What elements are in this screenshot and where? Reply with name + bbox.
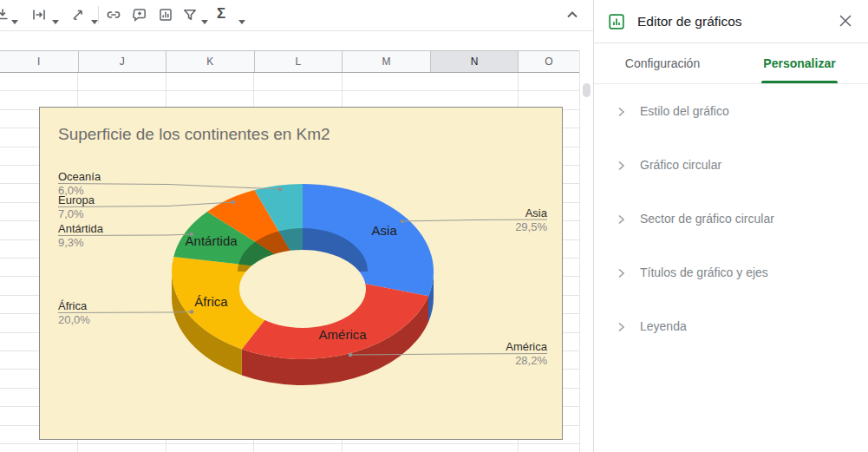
tab-configuracion[interactable]: Configuración [594,43,731,83]
svg-text:29,5%: 29,5% [515,220,547,233]
chevron-right-icon [615,320,627,332]
section-titulos-de-grafico-y-ejes[interactable]: Títulos de gráfico y ejes [594,246,868,299]
chevron-right-icon [615,159,627,171]
close-icon[interactable] [839,15,852,29]
svg-text:África: África [194,294,228,309]
scrollbar-thumb[interactable] [583,83,591,97]
column-header-l[interactable]: L [255,51,343,72]
svg-text:Antártida: Antártida [58,222,104,235]
column-header-i[interactable]: I [0,51,79,72]
text-wrap-dropdown-icon[interactable] [52,12,59,17]
active-tab-underline [761,81,838,83]
panel-title: Editor de gráficos [637,14,742,29]
vertical-scrollbar [579,50,593,452]
embedded-chart[interactable]: AsiaAméricaÁfricaAntártidaAsia29,5%Améri… [39,107,563,440]
insert-link-icon[interactable] [105,6,122,23]
insert-comment-icon[interactable] [131,6,148,23]
text-rotation-dropdown-icon[interactable] [91,12,98,17]
collapse-toolbar-icon[interactable] [564,6,581,23]
column-header-m[interactable]: M [343,51,431,72]
svg-text:Asia: Asia [372,223,398,238]
insert-chart-icon[interactable] [157,6,174,23]
tab-personalizar-label: Personalizar [763,56,835,70]
functions-icon[interactable]: Σ [217,4,225,23]
text-rotation-icon[interactable] [69,6,87,23]
column-header-k[interactable]: K [166,51,255,72]
section-grafico-circular[interactable]: Gráfico circular [594,138,868,192]
section-label: Sector de gráfico circular [640,212,774,226]
filter-dropdown-icon[interactable] [201,12,208,17]
svg-text:6,0%: 6,0% [58,184,84,197]
section-estilo-del-grafico[interactable]: Estilo del gráfico [594,84,868,138]
donut-chart: AsiaAméricaÁfricaAntártidaAsia29,5%Améri… [40,108,562,439]
svg-text:Asia: Asia [525,206,548,219]
svg-text:América: América [319,327,368,342]
column-header-o[interactable]: O [519,51,579,72]
svg-text:9,3%: 9,3% [58,236,84,249]
vertical-align-dropdown-icon[interactable] [11,12,18,17]
section-label: Leyenda [640,319,687,333]
app-root: { "toolbar": { "icons": ["vertical-align… [0,0,868,452]
svg-text:28,2%: 28,2% [515,354,547,367]
svg-text:África: África [58,299,88,312]
vertical-align-icon[interactable] [0,6,11,23]
chart-editor-icon [608,13,625,30]
chevron-right-icon [615,213,627,225]
panel-header: Editor de gráficos [594,0,868,43]
section-sector-de-grafico-circular[interactable]: Sector de gráfico circular [594,192,868,246]
functions-dropdown-icon[interactable] [238,12,245,17]
svg-text:Superficie de los continentes: Superficie de los continentes en Km2 [58,125,330,143]
column-headers: I J K L M N O [0,50,579,73]
chevron-right-icon [615,266,627,278]
svg-text:Oceanía: Oceanía [58,170,101,183]
svg-text:20,0%: 20,0% [58,313,90,326]
svg-text:7,0%: 7,0% [58,207,84,220]
toolbar-separator [98,6,99,23]
text-wrap-icon[interactable] [30,6,48,23]
section-label: Estilo del gráfico [640,104,729,118]
chevron-right-icon [615,105,627,117]
toolbar: Σ [0,0,593,31]
section-leyenda[interactable]: Leyenda [594,299,868,353]
create-filter-icon[interactable] [181,6,199,23]
column-header-j[interactable]: J [79,51,167,72]
panel-tabs: Configuración Personalizar [594,43,868,84]
panel-sections: Estilo del gráfico Gráfico circular Sect… [594,84,868,353]
tab-personalizar[interactable]: Personalizar [731,43,868,83]
column-header-n[interactable]: N [431,51,519,72]
chart-editor-panel: Editor de gráficos Configuración Persona… [593,0,868,452]
svg-text:América: América [506,340,547,353]
section-label: Títulos de gráfico y ejes [640,265,768,279]
section-label: Gráfico circular [640,158,721,172]
